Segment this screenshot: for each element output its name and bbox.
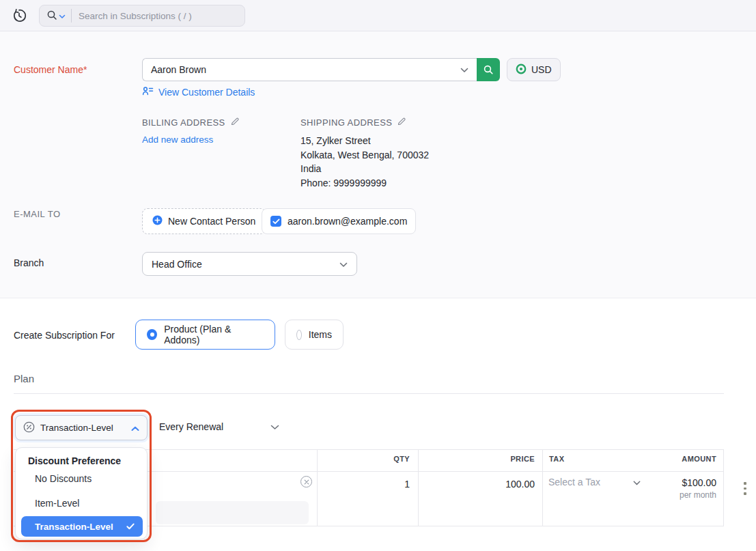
- amount-period: per month: [645, 490, 716, 500]
- amount-cell: $100.00 per month: [645, 477, 716, 500]
- email-checkbox[interactable]: [270, 216, 281, 227]
- email-to-label: E-MAIL TO: [14, 209, 61, 219]
- radio-unselected-icon: [296, 330, 302, 340]
- search-scope-chevron-icon[interactable]: [59, 10, 66, 21]
- customer-name-value: Aaron Brown: [151, 64, 460, 75]
- branch-select[interactable]: Head Office: [142, 252, 357, 276]
- email-address: aaron.brown@example.com: [288, 216, 407, 227]
- check-icon: [126, 521, 135, 532]
- column-divider: [542, 449, 543, 526]
- customer-name-select[interactable]: Aaron Brown: [142, 58, 477, 81]
- amount-value: $100.00: [645, 477, 716, 488]
- price-value[interactable]: 100.00: [418, 479, 535, 490]
- shipping-line: Phone: 9999999999: [300, 176, 429, 190]
- branch-label: Branch: [14, 257, 44, 268]
- discount-preference-menu: Discount Preference No Discounts Item-Le…: [15, 447, 148, 539]
- column-divider: [723, 449, 724, 526]
- discount-icon: [23, 421, 35, 435]
- search-input[interactable]: [79, 11, 215, 21]
- customer-details-icon: [142, 86, 154, 98]
- edit-billing-icon[interactable]: [230, 117, 240, 128]
- currency-code: USD: [531, 64, 552, 75]
- radio-product-plan-addons[interactable]: Product (Plan & Addons): [135, 320, 275, 350]
- column-header-tax: TAX: [549, 455, 564, 463]
- add-new-address-link[interactable]: Add new address: [142, 135, 213, 145]
- column-header-amount: AMOUNT: [645, 455, 716, 463]
- new-contact-person-button[interactable]: New Contact Person: [142, 208, 266, 234]
- shipping-address-header: SHIPPING ADDRESS: [300, 117, 406, 128]
- menu-item-transaction-level[interactable]: Transaction-Level: [21, 516, 143, 537]
- menu-item-no-discounts[interactable]: No Discounts: [35, 473, 92, 484]
- chevron-down-icon[interactable]: [460, 64, 468, 75]
- row-menu-icon[interactable]: [742, 481, 748, 496]
- edit-shipping-icon[interactable]: [397, 117, 406, 128]
- create-subscription-for-label: Create Subscription For: [14, 330, 115, 341]
- radio-selected-icon: [147, 329, 157, 340]
- search-icon: [46, 10, 57, 23]
- global-search[interactable]: [39, 5, 245, 27]
- currency-icon: [516, 63, 527, 76]
- shipping-line: Kolkata, West Bengal, 700032: [300, 148, 429, 163]
- branch-value: Head Office: [152, 259, 202, 270]
- menu-item-item-level[interactable]: Item-Level: [35, 498, 79, 509]
- plus-circle-icon: [152, 215, 163, 227]
- customer-search-button[interactable]: [477, 58, 500, 81]
- search-divider: [71, 9, 72, 23]
- customer-name-label: Customer Name*: [14, 64, 87, 75]
- radio-items[interactable]: Items: [285, 320, 344, 350]
- chevron-up-icon: [131, 423, 139, 434]
- menu-header: Discount Preference: [28, 455, 121, 466]
- discount-preference-select[interactable]: Transaction-Level: [15, 415, 148, 440]
- column-header-qty: QTY: [317, 455, 410, 463]
- shipping-address-text: 15, Zylker Street Kolkata, West Bengal, …: [300, 134, 429, 190]
- plan-description-field[interactable]: [156, 501, 309, 524]
- email-recipient-option[interactable]: aaron.brown@example.com: [262, 208, 416, 234]
- chevron-down-icon: [270, 421, 279, 432]
- chevron-down-icon: [633, 477, 641, 488]
- view-customer-details-link[interactable]: View Customer Details: [142, 86, 255, 98]
- shipping-line: 15, Zylker Street: [300, 134, 429, 148]
- billing-address-header: BILLING ADDRESS: [142, 117, 240, 128]
- shipping-line: India: [300, 162, 429, 176]
- discount-apply-frequency-select[interactable]: Every Renewal: [159, 421, 279, 432]
- topbar: [0, 0, 756, 31]
- qty-value[interactable]: 1: [317, 479, 410, 490]
- remove-row-icon[interactable]: [300, 476, 312, 488]
- plan-divider: [14, 393, 724, 394]
- tax-select[interactable]: Select a Tax: [548, 477, 641, 488]
- chevron-down-icon: [339, 259, 348, 270]
- history-icon[interactable]: [11, 8, 27, 24]
- currency-button[interactable]: USD: [507, 58, 561, 81]
- plan-heading: Plan: [14, 373, 34, 384]
- column-header-price: PRICE: [418, 455, 535, 463]
